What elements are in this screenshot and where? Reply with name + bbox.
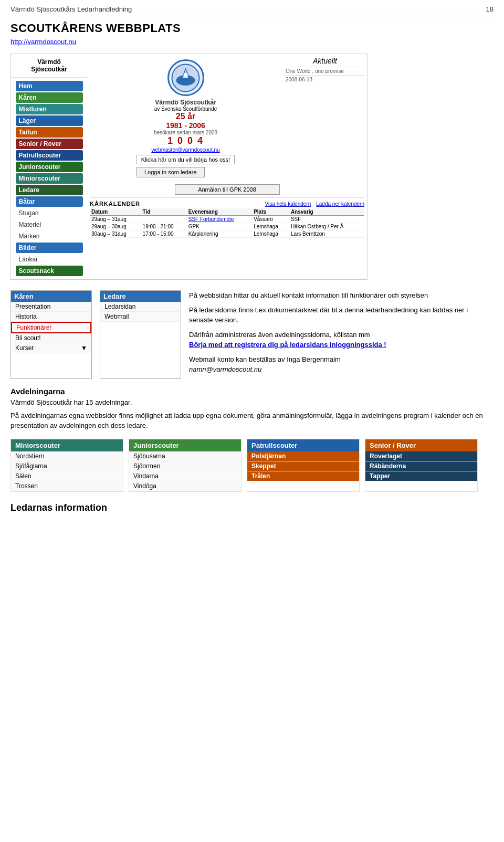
nav-karen[interactable]: Kåren bbox=[16, 92, 83, 103]
karen-item-presentation[interactable]: Presentation bbox=[11, 302, 91, 312]
org-by: av Svenska Scoutförbunde bbox=[136, 106, 235, 112]
avd-miniorscouter-header: Miniorscouter bbox=[11, 439, 123, 451]
col-tid: Tid bbox=[141, 208, 187, 216]
scout-logo-area: Värmdö Sjöscoutkår av Svenska Scoutförbu… bbox=[90, 57, 281, 180]
karen-box-header: Kåren bbox=[11, 291, 91, 302]
text-para4: Webmail konto kan beställas av Inga Berg… bbox=[189, 354, 494, 375]
ledare-nav-box: Ledare Ledarsidan Webmail bbox=[100, 290, 181, 379]
avd-jun-vindoga[interactable]: Vindöga bbox=[129, 481, 241, 491]
avd-juniorscouter-header: Juniorscouter bbox=[129, 439, 241, 451]
two-col-section: Kåren Presentation Historia Funktionärer… bbox=[10, 290, 494, 379]
avd-pat-tralen[interactable]: Trålen bbox=[247, 471, 359, 481]
avd-sr-tapper[interactable]: Tapper bbox=[365, 471, 477, 481]
kurser-arrow-icon: ▼ bbox=[81, 344, 87, 352]
row2-event: GPK bbox=[187, 223, 252, 230]
ledare-box-header: Ledare bbox=[100, 291, 181, 302]
ledare-item-webmail[interactable]: Webmail bbox=[100, 312, 181, 322]
avd-mini-sjofaglarna[interactable]: Sjöfåglarna bbox=[11, 461, 123, 471]
avd-card-senior-rover: Senior / Rover Roverlaget Räbänderna Tap… bbox=[365, 439, 478, 492]
org-title: Värmdö Sjöscoutkår bbox=[136, 99, 235, 106]
sidebar-org-name: VärmdöSjöscoutkår bbox=[14, 58, 85, 73]
avd-jun-vindarna[interactable]: Vindarna bbox=[129, 471, 241, 481]
ledare-item-ledarsidan[interactable]: Ledarsidan bbox=[100, 302, 181, 312]
webmail-info: Webmail konto kan beställas av Inga Berg… bbox=[189, 355, 341, 363]
row1-plats: Våssarö bbox=[252, 216, 289, 223]
text-para3: Därifrån administreras även avdelningssi… bbox=[189, 330, 494, 350]
row1-tid bbox=[141, 216, 187, 223]
row2-ansvarig: Håkan Östberg / Per Å bbox=[289, 223, 364, 230]
scout-sidebar: VärmdöSjöscoutkår Hem Kåren Mistluren Lä… bbox=[11, 54, 87, 279]
nav-marken[interactable]: Märken bbox=[16, 231, 83, 241]
kalender-section: KÅRKALENDER Visa hela kalendern Ladda ne… bbox=[90, 197, 364, 238]
scout-aktuellt: Aktuellt One World , one promise 2008-06… bbox=[286, 57, 364, 180]
avd-mini-salen[interactable]: Sälen bbox=[11, 471, 123, 481]
row1-event[interactable]: SSF Förbundsmöte bbox=[187, 216, 252, 223]
kalender-links: Visa hela kalendern Ladda ner kalendern bbox=[265, 201, 364, 207]
document-title: Värmdö Sjöscoutkårs Ledarhandledning bbox=[10, 5, 132, 13]
login-btn[interactable]: Logga in som ledare bbox=[136, 167, 205, 177]
avd-jun-sjobusarna[interactable]: Sjöbusarna bbox=[129, 451, 241, 461]
avdelningarna-desc: På avdelningarnas egna webbsidor finns m… bbox=[10, 411, 494, 431]
avdelningarna-title: Avdelningarna bbox=[10, 387, 494, 396]
nav-ledare[interactable]: Ledare bbox=[16, 185, 83, 195]
nav-scoutsnack[interactable]: Scoutsnack bbox=[16, 266, 83, 276]
visits-label: besökare sedan mars 2008 bbox=[136, 130, 235, 135]
text-para1: På webbsidan hittar du aktuell kontakt i… bbox=[189, 290, 494, 301]
avd-cards: Miniorscouter Nordstiern Sjöfåglarna Säl… bbox=[10, 439, 494, 492]
nav-materiel[interactable]: Materiel bbox=[16, 219, 83, 230]
kalender-link-1[interactable]: Visa hela kalendern bbox=[265, 201, 311, 207]
karen-nav-box: Kåren Presentation Historia Funktionärer… bbox=[10, 290, 92, 379]
nav-batar[interactable]: Båtar bbox=[16, 196, 83, 207]
avd-pat-skeppet[interactable]: Skeppet bbox=[247, 461, 359, 471]
scout-logo-svg bbox=[171, 64, 200, 92]
anmalan-container: Anmälan till GPK 2008 bbox=[90, 184, 364, 195]
cta-btn[interactable]: Klicka här om du vill börja hos oss! bbox=[136, 155, 235, 164]
ledarsidan-link[interactable]: Börja med att registrera dig på ledarsid… bbox=[189, 341, 386, 349]
nav-lager[interactable]: Läger bbox=[16, 115, 83, 126]
avd-sr-rabanderna[interactable]: Räbänderna bbox=[365, 461, 477, 471]
text-para2: På ledarsidorna finns t.ex dokumentarkiv… bbox=[189, 305, 494, 325]
col-datum: Datum bbox=[90, 208, 141, 216]
aktuellt-date: 2008-06-13 bbox=[286, 77, 312, 82]
row1-ansvarig: SSF bbox=[289, 216, 364, 223]
nav-mistluren[interactable]: Mistluren bbox=[16, 104, 83, 114]
org-email[interactable]: webmaster@varmdoscout.nu bbox=[151, 147, 219, 153]
aktuellt-title: Aktuellt bbox=[286, 57, 364, 65]
nav-juniorscouter[interactable]: Juniorscouter bbox=[16, 162, 83, 172]
avd-mini-trossen[interactable]: Trossen bbox=[11, 481, 123, 491]
kalender-link-2[interactable]: Ladda ner kalendern bbox=[316, 201, 364, 207]
anmalan-btn[interactable]: Anmälan till GPK 2008 bbox=[175, 184, 280, 195]
nav-stugan[interactable]: Stugan bbox=[16, 208, 83, 218]
avd-card-juniorscouter: Juniorscouter Sjöbusarna Sjöormen Vindar… bbox=[129, 439, 242, 492]
nav-taifun[interactable]: Taifun bbox=[16, 127, 83, 138]
avd-pat-polstjarnan[interactable]: Polstjärnan bbox=[247, 451, 359, 461]
kurser-label: Kurser bbox=[15, 344, 34, 352]
row3-ansvarig: Lars Bernttzon bbox=[289, 230, 364, 238]
karen-item-historia[interactable]: Historia bbox=[11, 312, 91, 322]
ledarnas-title: Ledarnas information bbox=[10, 502, 494, 513]
avd-mini-nordstiern[interactable]: Nordstiern bbox=[11, 451, 123, 461]
scout-logo-text: Värmdö Sjöscoutkår av Svenska Scoutförbu… bbox=[136, 99, 235, 180]
table-row: 29aug – 31aug SSF Förbundsmöte Våssarö S… bbox=[90, 216, 364, 223]
avdelningarna-subtitle: Värmdö Sjöscoutkår har 15 avdelningar. bbox=[10, 398, 494, 406]
nav-bilder[interactable]: Bilder bbox=[16, 243, 83, 253]
avd-patrullscouter-header: Patrullscouter bbox=[247, 439, 359, 451]
kalender-table: Datum Tid Evenemang Plats Ansvarig 29aug… bbox=[90, 208, 364, 238]
karen-item-kurser[interactable]: Kurser ▼ bbox=[11, 343, 91, 353]
karen-item-bli-scout[interactable]: Bli scout! bbox=[11, 333, 91, 343]
screenshot-container: VärmdöSjöscoutkår Hem Kåren Mistluren Lä… bbox=[10, 54, 368, 280]
website-link[interactable]: http://varmdoscout.nu bbox=[10, 38, 494, 46]
row3-tid: 17:00 - 15:00 bbox=[141, 230, 187, 238]
nav-patrullscouter[interactable]: Patrullscouter bbox=[16, 150, 83, 161]
nav-senior-rover[interactable]: Senior / Rover bbox=[16, 139, 83, 149]
nav-miniorscouter[interactable]: Miniorscouter bbox=[16, 173, 83, 184]
org-age: 25 år bbox=[136, 112, 235, 121]
kalender-header: KÅRKALENDER Visa hela kalendern Ladda ne… bbox=[90, 201, 364, 207]
row3-datum: 30aug – 31aug bbox=[90, 230, 141, 238]
nav-lankar[interactable]: Länkar bbox=[16, 254, 83, 265]
avd-jun-sjoormen[interactable]: Sjöormen bbox=[129, 461, 241, 471]
karen-item-funktionarer[interactable]: Funktionärer bbox=[11, 322, 91, 333]
nav-hem[interactable]: Hem bbox=[16, 81, 83, 91]
col-evenemang: Evenemang bbox=[187, 208, 252, 216]
avd-sr-roverlaget[interactable]: Roverlaget bbox=[365, 451, 477, 461]
